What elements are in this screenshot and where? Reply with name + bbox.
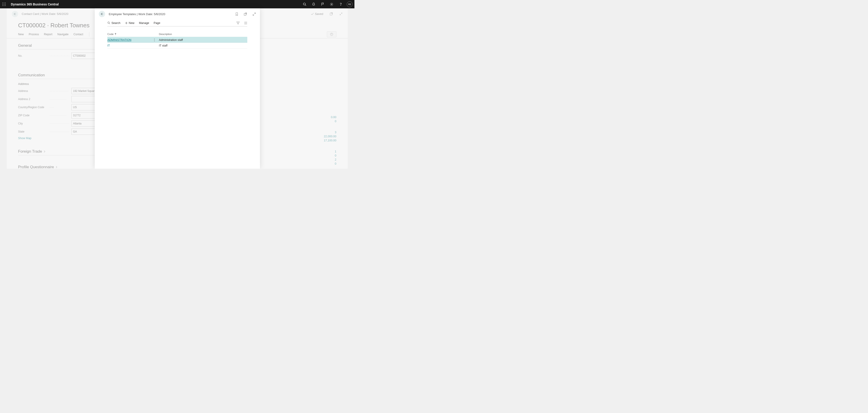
svg-rect-4	[4, 4, 4, 4]
list-view-icon[interactable]	[244, 22, 247, 25]
svg-rect-3	[2, 4, 3, 4]
svg-point-13	[340, 5, 341, 5]
app-launcher-icon[interactable]	[2, 2, 6, 6]
bookmark-icon[interactable]	[235, 12, 238, 16]
popout-icon[interactable]	[244, 12, 247, 16]
row-menu-icon[interactable]	[154, 38, 155, 41]
bell-icon[interactable]	[309, 0, 318, 8]
svg-point-33	[154, 41, 155, 41]
svg-rect-0	[2, 3, 3, 3]
row-code-link[interactable]: IT	[107, 44, 110, 47]
table-row[interactable]: ADMINISTRATION Administration staff	[107, 37, 247, 43]
brand-label: Dynamics 365 Business Central	[11, 2, 59, 6]
help-icon[interactable]	[336, 0, 345, 8]
manage-action[interactable]: Manage	[139, 22, 149, 25]
svg-rect-2	[5, 3, 6, 3]
user-avatar[interactable]: RZ	[347, 1, 352, 7]
svg-rect-6	[2, 5, 3, 6]
svg-point-12	[331, 4, 332, 4]
page-action[interactable]: Page	[154, 22, 160, 25]
table-row[interactable]: IT IT staff	[107, 43, 247, 48]
svg-point-24	[108, 22, 110, 24]
expand-icon[interactable]	[252, 12, 256, 16]
col-code[interactable]: Code	[107, 33, 159, 35]
dialog-back-button[interactable]	[99, 11, 105, 17]
gear-icon[interactable]	[327, 0, 336, 8]
row-desc: Administration staff	[159, 38, 247, 41]
svg-point-32	[154, 39, 155, 40]
svg-rect-1	[4, 3, 4, 3]
row-desc: IT staff	[159, 44, 247, 47]
dialog-breadcrumb: Employee Templates | Work Date: 5/6/2020	[109, 12, 165, 16]
svg-line-10	[305, 5, 306, 6]
svg-line-25	[109, 23, 110, 24]
svg-point-9	[303, 3, 305, 5]
svg-point-31	[154, 38, 155, 39]
row-code-link[interactable]: ADMINISTRATION	[107, 38, 131, 41]
flag-icon[interactable]	[318, 0, 327, 8]
svg-rect-5	[5, 4, 6, 4]
svg-rect-7	[4, 5, 4, 6]
employee-templates-dialog: Employee Templates | Work Date: 5/6/2020…	[95, 8, 260, 169]
search-icon[interactable]	[300, 0, 309, 8]
filter-icon[interactable]	[237, 22, 240, 25]
search-action[interactable]: Search	[107, 22, 121, 25]
col-description[interactable]: Description	[159, 33, 247, 35]
new-action[interactable]: New	[125, 22, 134, 25]
svg-rect-8	[5, 5, 6, 6]
